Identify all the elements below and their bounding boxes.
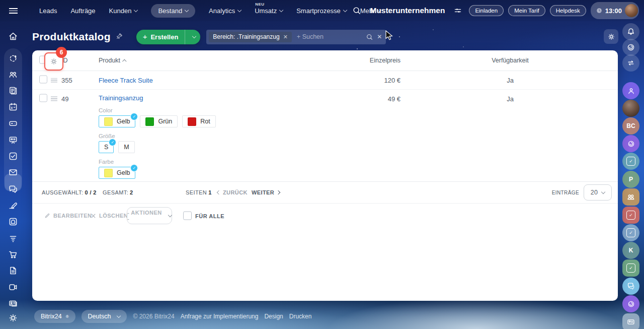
documents-icon[interactable] (0, 265, 26, 277)
create-button[interactable]: + Erstellen (136, 33, 185, 41)
video-conference-icon[interactable] (0, 134, 26, 146)
nav-kunden[interactable]: Kunden (109, 7, 138, 15)
row-checkbox[interactable] (39, 94, 47, 102)
search-icon[interactable] (350, 4, 363, 17)
drive-icon[interactable] (0, 117, 26, 129)
variant-option-size-m[interactable]: M (118, 141, 134, 153)
page-settings-gear-icon[interactable] (604, 29, 618, 44)
chat-avatar-photo[interactable] (622, 100, 639, 117)
check-icon: ✓ (626, 157, 635, 166)
employees-icon[interactable] (0, 69, 26, 81)
filter-search-bar[interactable]: Bereich: .Trainingsanzug ✕ ✕ (206, 30, 386, 44)
column-header-availability[interactable]: Verfügbarkeit (475, 57, 545, 64)
nav-smartprozesse[interactable]: Smartprozesse (296, 7, 346, 15)
messenger-icon[interactable] (0, 183, 26, 195)
variant-option-color-gelb[interactable]: Gelb ✓ (99, 115, 135, 127)
for-all-toggle[interactable]: FÜR ALLE (183, 212, 224, 220)
footer-link-implementation[interactable]: Anfrage zur Implementierung (181, 313, 259, 320)
settings-icon[interactable] (0, 312, 26, 324)
sync-arrows-icon[interactable] (622, 54, 639, 72)
contact-center-icon[interactable] (0, 297, 26, 309)
company-name[interactable]: Musterunternehmen (370, 6, 445, 15)
edit-button[interactable]: BEARBEITEN (44, 213, 92, 219)
variant-option-farbe-gelb[interactable]: Gelb ✓ (99, 167, 135, 179)
feed-icon[interactable] (0, 85, 26, 97)
chat-avatar-bc[interactable]: BC (622, 117, 639, 135)
footer-link-print[interactable]: Drucken (289, 313, 312, 320)
footer-link-design[interactable]: Design (264, 313, 283, 320)
nav-analytics[interactable]: Analytics (209, 7, 241, 15)
helpdesk-button[interactable]: Helpdesk (550, 5, 586, 16)
nav-umsatz[interactable]: NEUUmsatz (255, 7, 283, 15)
chat-avatar-k[interactable]: K (622, 242, 639, 259)
pin-icon[interactable] (116, 32, 123, 42)
prev-page-button[interactable]: ZURÜCK (217, 189, 248, 195)
copyright-text: © 2026 Bitrix24 (133, 313, 174, 320)
filter-chip[interactable]: Bereich: .Trainingsanzug ✕ (209, 32, 292, 42)
table-row[interactable]: 355 Fleece Track Suite 120 € Ja (32, 71, 618, 90)
search-input[interactable] (296, 33, 366, 41)
collaboration-icon[interactable] (0, 52, 26, 64)
clear-filter-icon[interactable]: ✕ (377, 33, 382, 40)
language-selector[interactable]: Deutsch (82, 310, 127, 323)
invite-button[interactable]: Einladen (469, 5, 504, 16)
column-header-price[interactable]: Einzelpreis (314, 57, 400, 64)
cell-id: 355 (61, 77, 72, 84)
variant-option-color-gruen[interactable]: Grün (140, 115, 178, 127)
table-row-expanded[interactable]: 49 49 € Ja Trainingsanzug Color Gelb ✓ G… (32, 90, 618, 182)
chat-avatar-p[interactable]: P (622, 171, 639, 188)
variant-option-size-s[interactable]: S ✓ (99, 141, 114, 153)
variant-option-color-rot[interactable]: Rot (182, 115, 215, 127)
chat-avatar-copilot[interactable] (622, 135, 639, 152)
nav-bestand[interactable]: Bestand (151, 4, 195, 18)
chevron-down-icon (117, 313, 121, 317)
nav-leads[interactable]: Leads (39, 7, 57, 15)
chat-avatar-copilot-2[interactable] (622, 295, 639, 312)
calendar-icon[interactable] (0, 101, 26, 113)
variant-options: S ✓ M (99, 141, 216, 153)
create-split-button: + Erstellen (136, 30, 201, 44)
chat-avatar-tasks-green[interactable]: ✓ (622, 259, 639, 277)
product-link[interactable]: Fleece Track Suite (99, 77, 153, 84)
search-icon[interactable] (366, 33, 373, 41)
mail-icon[interactable] (0, 166, 26, 178)
avatar-initials: BC (626, 122, 635, 129)
variant-options: Gelb ✓ (99, 167, 216, 179)
bitrix-brand-button[interactable]: Bitrix24® (34, 310, 75, 323)
notifications-bell-icon[interactable] (622, 23, 639, 40)
home-icon[interactable] (0, 30, 26, 42)
chat-avatar-group[interactable] (622, 188, 639, 206)
entries-select[interactable]: 20 (584, 184, 612, 201)
row-checkbox[interactable] (39, 76, 47, 84)
check-icon: ✓ (626, 211, 635, 220)
chat-avatar-messenger[interactable] (622, 278, 639, 295)
for-all-checkbox[interactable] (183, 212, 192, 220)
crm-icon[interactable] (0, 216, 26, 228)
delete-button[interactable]: LÖSCHEN (91, 213, 128, 219)
chat-avatar-tasks-teal[interactable]: ✓ (622, 153, 639, 170)
create-dropdown-toggle[interactable] (185, 30, 200, 44)
tasks-icon[interactable] (0, 150, 26, 162)
drag-handle-icon[interactable] (51, 97, 57, 101)
chip-remove-icon[interactable]: ✕ (283, 34, 288, 40)
nav-auftraege[interactable]: Aufträge (70, 7, 95, 15)
product-link[interactable]: Trainingsanzug (99, 94, 143, 102)
next-page-button[interactable]: WEITER (252, 189, 280, 195)
tariff-button[interactable]: Mein Tarif (508, 5, 545, 16)
entries-label: EINTRÄGE (552, 190, 579, 195)
menu-toggle[interactable] (0, 0, 26, 21)
copilot-icon[interactable] (622, 39, 639, 56)
chat-avatar-contact-card[interactable] (622, 313, 639, 329)
sign-icon[interactable] (0, 199, 26, 211)
top-bar: Leads Aufträge Kunden Bestand Analytics … (0, 0, 644, 21)
chat-avatar-tasks-blue[interactable]: ✓ (622, 224, 639, 241)
drag-handle-icon[interactable] (51, 78, 57, 83)
actions-dropdown[interactable]: - AKTIONEN - (127, 207, 172, 224)
ecommerce-icon[interactable] (0, 248, 26, 260)
video-icon[interactable] (0, 281, 26, 293)
chat-avatar-invite[interactable] (622, 82, 639, 99)
column-header-product[interactable]: Produkt (99, 57, 126, 64)
sales-intelligence-icon[interactable] (0, 232, 26, 244)
chat-avatar-tasks-red[interactable]: ✓ (622, 207, 639, 224)
sliders-icon[interactable] (451, 4, 464, 17)
